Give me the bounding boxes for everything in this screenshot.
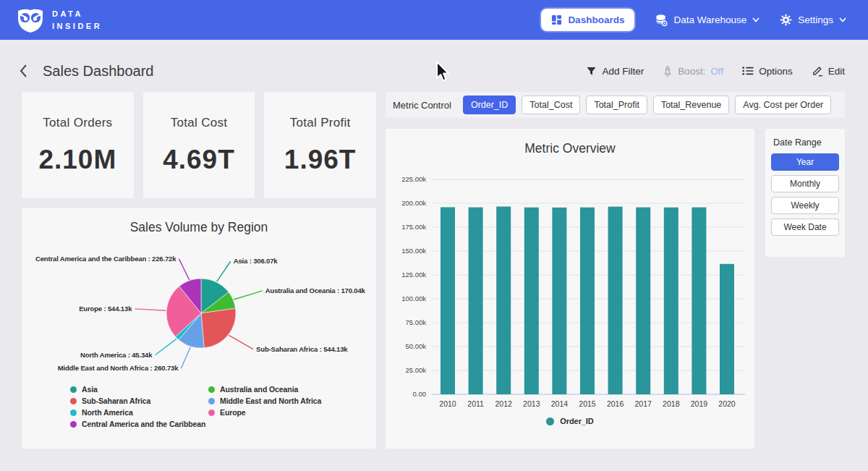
pie-slice-label: Sub-Saharan Africa : 544.13k bbox=[256, 345, 348, 353]
y-tick-label: 225.00k bbox=[401, 175, 426, 183]
bar-2018[interactable] bbox=[664, 208, 678, 394]
bar-2015[interactable] bbox=[580, 208, 595, 394]
pie-slice-sub-saharan-africa[interactable] bbox=[201, 308, 236, 348]
date-range-year[interactable]: Year bbox=[771, 153, 839, 171]
options-button[interactable]: Options bbox=[742, 66, 793, 77]
y-tick-label: 50.00k bbox=[405, 342, 426, 350]
filter-funnel-icon bbox=[586, 66, 597, 77]
metric-chip-total-cost[interactable]: Total_Cost bbox=[522, 96, 580, 114]
edit-pencil-icon bbox=[812, 65, 823, 77]
pie-slice-label: Europe : 544.13k bbox=[79, 305, 132, 313]
page-title: Sales Dashboard bbox=[43, 63, 153, 80]
metric-chip-order-id[interactable]: Order_ID bbox=[463, 96, 516, 114]
date-range-panel: Date Range YearMonthlyWeeklyWeek Date bbox=[765, 129, 845, 257]
data-warehouse-label: Data Warehouse bbox=[673, 14, 746, 25]
date-range-monthly[interactable]: Monthly bbox=[771, 175, 839, 192]
legend-dot bbox=[208, 398, 215, 404]
y-tick-label: 200.00k bbox=[401, 199, 426, 207]
bar-2013[interactable] bbox=[524, 208, 539, 394]
bar-chart-card: Metric Overview 0.0025.00k50.00k75.00k10… bbox=[386, 129, 754, 449]
pie-slice-label: Central America and the Caribbean : 226.… bbox=[35, 255, 176, 263]
dashboard-header: Sales Dashboard Add Filter Boost: Off bbox=[19, 56, 845, 86]
legend-label: Europe bbox=[220, 408, 246, 417]
metric-control-bar: Metric Control Order_IDTotal_CostTotal_P… bbox=[386, 92, 845, 118]
dashboard-grid-icon bbox=[551, 14, 562, 25]
pie-slice-label: Asia : 306.07k bbox=[234, 257, 278, 265]
boost-label: Boost: bbox=[678, 66, 705, 77]
legend-label: Central America and the Caribbean bbox=[82, 420, 205, 428]
chevron-down-icon bbox=[839, 17, 846, 22]
y-tick-label: 150.00k bbox=[401, 247, 426, 255]
pie-leader-line bbox=[155, 339, 176, 355]
metric-chip-total-profit[interactable]: Total_Profit bbox=[586, 96, 647, 114]
legend-label: Middle East and North Africa bbox=[220, 396, 321, 405]
gear-icon bbox=[780, 14, 792, 26]
x-tick-label: 2012 bbox=[495, 399, 513, 408]
legend-label: North America bbox=[82, 408, 133, 417]
legend-item-middle-east-and-north-africa: Middle East and North Africa bbox=[208, 396, 346, 405]
bar-2016[interactable] bbox=[608, 207, 623, 394]
x-tick-label: 2014 bbox=[551, 399, 569, 408]
legend-dot bbox=[208, 386, 215, 393]
pie-legend-column: Australia and OceaniaMiddle East and Nor… bbox=[208, 385, 346, 428]
boost-value: Off bbox=[710, 66, 723, 77]
bar-2020[interactable] bbox=[720, 264, 734, 394]
pie-leader-line bbox=[217, 261, 231, 281]
settings-menu[interactable]: Settings bbox=[780, 14, 846, 26]
legend-item-north-america: North America bbox=[70, 408, 208, 417]
add-filter-button[interactable]: Add Filter bbox=[586, 66, 644, 77]
options-list-icon bbox=[742, 66, 754, 76]
y-tick-label: 100.00k bbox=[401, 294, 426, 302]
kpi-label: Total Orders bbox=[43, 116, 112, 130]
legend-item-australia-and-oceania: Australia and Oceania bbox=[208, 385, 346, 394]
metric-chip-total-revenue[interactable]: Total_Revenue bbox=[653, 96, 729, 114]
bar-2019[interactable] bbox=[692, 208, 706, 394]
kpi-row: Total Orders2.10MTotal Cost4.69TTotal Pr… bbox=[22, 92, 376, 198]
kpi-card-total-cost: Total Cost4.69T bbox=[143, 92, 255, 198]
bar-2010[interactable] bbox=[441, 207, 455, 394]
bar-2014[interactable] bbox=[552, 208, 566, 394]
boost-toggle[interactable]: Boost: Off bbox=[663, 66, 723, 77]
date-range-buttons: YearMonthlyWeeklyWeek Date bbox=[771, 153, 839, 236]
brand-line2: INSIDER bbox=[52, 20, 102, 33]
x-tick-label: 2013 bbox=[523, 399, 540, 408]
legend-label: Order_ID bbox=[560, 417, 593, 425]
bar-2012[interactable] bbox=[496, 206, 511, 394]
dashboards-label: Dashboards bbox=[568, 14, 624, 25]
metric-chip-avg-cost-per-order[interactable]: Avg. Cost per Order bbox=[735, 96, 831, 114]
pie-leader-line bbox=[181, 347, 190, 369]
legend-item-europe: Europe bbox=[208, 408, 346, 417]
legend-label: Sub-Saharan Africa bbox=[82, 396, 150, 405]
y-tick-label: 125.00k bbox=[401, 271, 426, 279]
bar-2011[interactable] bbox=[469, 208, 483, 394]
x-tick-label: 2017 bbox=[635, 399, 652, 408]
bar-2017[interactable] bbox=[636, 208, 650, 394]
legend-label: Asia bbox=[82, 385, 98, 394]
legend-item-asia: Asia bbox=[70, 385, 208, 394]
kpi-card-total-orders: Total Orders2.10M bbox=[22, 92, 134, 198]
x-tick-label: 2020 bbox=[718, 399, 736, 408]
y-tick-label: 25.00k bbox=[405, 366, 426, 374]
date-range-week-date[interactable]: Week Date bbox=[771, 218, 839, 236]
edit-button[interactable]: Edit bbox=[812, 65, 845, 77]
back-button[interactable] bbox=[19, 64, 28, 78]
pie-leader-line bbox=[234, 291, 263, 300]
kpi-label: Total Cost bbox=[171, 116, 228, 130]
bar-chart-title: Metric Overview bbox=[386, 141, 754, 156]
kpi-value: 4.69T bbox=[163, 145, 235, 175]
pie-leader-line bbox=[179, 259, 189, 280]
date-range-weekly[interactable]: Weekly bbox=[771, 197, 839, 214]
legend-dot bbox=[70, 398, 77, 404]
legend-dot bbox=[70, 410, 77, 416]
data-warehouse-menu[interactable]: Data Warehouse bbox=[655, 14, 760, 27]
kpi-value: 1.96T bbox=[284, 145, 357, 175]
settings-label: Settings bbox=[798, 14, 833, 25]
pie-legend: AsiaSub-Saharan AfricaNorth AmericaCentr… bbox=[70, 385, 346, 428]
brand-logo[interactable]: DATA INSIDER bbox=[16, 7, 102, 33]
dashboards-button[interactable]: Dashboards bbox=[541, 9, 634, 31]
pie-leader-line bbox=[229, 335, 253, 349]
edit-label: Edit bbox=[828, 66, 845, 77]
legend-dot bbox=[208, 410, 215, 416]
legend-dot bbox=[70, 421, 77, 428]
legend-dot bbox=[546, 417, 554, 425]
